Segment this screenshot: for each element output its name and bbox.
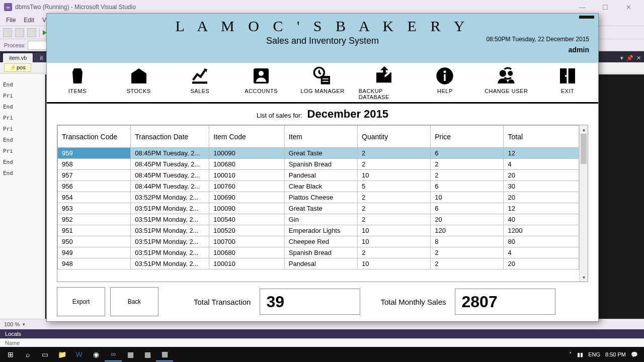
- task-view-icon[interactable]: ▭: [36, 347, 53, 361]
- export-button[interactable]: Export: [57, 287, 105, 316]
- clock[interactable]: 8:50 PM: [605, 351, 626, 357]
- table-row[interactable]: 95808:45PM Tuesday, 2...100680Spanish Br…: [58, 159, 579, 170]
- cell-p: 2: [431, 247, 504, 258]
- cell-q: 2: [358, 192, 431, 203]
- cell-p: 6: [431, 148, 504, 159]
- app-minimize-button[interactable]: [579, 16, 594, 19]
- start-button[interactable]: ⊞: [2, 347, 19, 361]
- column-header[interactable]: Item: [284, 126, 357, 148]
- column-header[interactable]: Transaction Code: [58, 126, 131, 148]
- notifications-icon[interactable]: 💬: [631, 351, 638, 358]
- scroll-up-icon[interactable]: ▴: [580, 125, 588, 134]
- table-row[interactable]: 95303:51PM Monday, 2...100090Great Taste…: [58, 203, 579, 214]
- nav-help[interactable]: HELP: [420, 66, 470, 100]
- menu-edit[interactable]: Edit: [20, 16, 38, 25]
- table-row[interactable]: 95003:51PM Monday, 2...100700Cheepee Red…: [58, 236, 579, 247]
- sales-table[interactable]: Transaction CodeTransaction DateItem Cod…: [57, 125, 579, 269]
- nav-sales[interactable]: SALES: [175, 66, 225, 100]
- maximize-button[interactable]: ☐: [594, 2, 617, 13]
- app-datetime: 08:50PM Tuesday, 22 December 2015: [486, 36, 589, 43]
- toolbar-btn[interactable]: [3, 28, 12, 37]
- windows-taskbar: ⊞ ⌕ ▭ 📁 W ◉ ∞ ▦ ▦ ▦ ˄ ▮▮ ENG 8:50 PM 💬: [0, 347, 644, 362]
- cell-ic: 100090: [209, 148, 285, 159]
- table-row[interactable]: 95403:52PM Monday, 2...100690Piattos Che…: [58, 192, 579, 203]
- cell-it: Great Taste: [284, 203, 357, 214]
- cell-ic: 100090: [209, 203, 285, 214]
- taskbar-app-icon[interactable]: ▦: [156, 347, 173, 361]
- column-header[interactable]: Total: [504, 126, 579, 148]
- back-button[interactable]: Back: [110, 287, 158, 316]
- nav-change-user[interactable]: CHANGE USER: [481, 66, 531, 100]
- nav-log-manager[interactable]: LOG MANAGER: [297, 66, 348, 100]
- table-scrollbar[interactable]: ▴ ▾: [579, 125, 588, 282]
- cell-q: 2: [358, 148, 431, 159]
- table-row[interactable]: 94803:51PM Monday, 2...100010Pandesal102…: [58, 258, 579, 269]
- table-row[interactable]: 95103:51PM Monday, 2...100520Emperador L…: [58, 225, 579, 236]
- close-button[interactable]: ✕: [617, 2, 640, 13]
- table-row[interactable]: 95608:44PM Tuesday, 2...100760Clear Blac…: [58, 181, 579, 192]
- nav-stocks[interactable]: STOCKS: [114, 66, 164, 100]
- app-content: List of sales for: December 2015 Transac…: [47, 104, 598, 321]
- table-row[interactable]: 95203:51PM Monday, 2...100540Gin22040: [58, 214, 579, 225]
- table-row[interactable]: 95908:45PM Tuesday, 2...100090Great Tast…: [58, 148, 579, 159]
- minimize-button[interactable]: —: [571, 2, 594, 13]
- taskbar-app-icon[interactable]: ▦: [139, 347, 156, 361]
- toolbar-btn[interactable]: [27, 28, 36, 37]
- tab-dropdown-icon[interactable]: ▾: [620, 55, 623, 61]
- cell-ic: 100700: [209, 236, 285, 247]
- nav-backup-database[interactable]: BACKUP DATABASE: [359, 66, 409, 100]
- total-sales-label: Total Monthly Sales: [380, 298, 446, 306]
- cell-it: Cheepee Red: [284, 236, 357, 247]
- tab-item-vb[interactable]: item.vb: [3, 53, 33, 62]
- toolbar-btn[interactable]: [15, 28, 24, 37]
- column-header[interactable]: Quantity: [358, 126, 431, 148]
- cell-to: 20: [504, 192, 579, 203]
- table-row[interactable]: 94903:51PM Monday, 2...100680Spanish Bre…: [58, 247, 579, 258]
- cell-ic: 100690: [209, 192, 285, 203]
- cell-to: 4: [504, 159, 579, 170]
- language-indicator[interactable]: ENG: [588, 351, 600, 357]
- taskbar-app-icon[interactable]: ▦: [122, 347, 139, 361]
- vs-titlebar: ∞ dbmsTwo (Running) - Microsoft Visual S…: [0, 0, 644, 14]
- menu-file[interactable]: File: [2, 16, 20, 25]
- table-row[interactable]: 95708:45PM Tuesday, 2...100010Pandesal10…: [58, 170, 579, 181]
- cell-td: 08:45PM Tuesday, 2...: [131, 159, 209, 170]
- column-header[interactable]: Transaction Date: [131, 126, 209, 148]
- vs-bottom-panel: 100 % ▼ Locals Name Locals: [0, 319, 644, 348]
- nav-items[interactable]: ITEMS: [52, 66, 103, 100]
- cell-to: 4: [504, 247, 579, 258]
- scroll-thumb[interactable]: [581, 134, 587, 164]
- process-label: Process:: [4, 42, 26, 48]
- nav-label: BACKUP DATABASE: [359, 88, 409, 100]
- nav-exit[interactable]: EXIT: [542, 66, 593, 100]
- chrome-icon[interactable]: ◉: [88, 347, 105, 361]
- pin-icon[interactable]: 📌: [626, 55, 633, 61]
- file-explorer-icon[interactable]: 📁: [53, 347, 70, 361]
- nav-label: CHANGE USER: [485, 88, 528, 94]
- cell-to: 12: [504, 148, 579, 159]
- nav-combo-pos[interactable]: ⚡pos: [4, 63, 31, 72]
- svg-rect-8: [444, 74, 446, 81]
- vs-taskbar-icon[interactable]: ∞: [105, 347, 122, 361]
- nav-label: ITEMS: [68, 88, 87, 94]
- tray-chevron-icon[interactable]: ˄: [569, 351, 572, 358]
- cell-ic: 100760: [209, 181, 285, 192]
- close-tab-icon[interactable]: ✕: [636, 55, 641, 61]
- sales-period: December 2015: [307, 108, 388, 120]
- system-tray[interactable]: ˄ ▮▮ ENG 8:50 PM 💬: [569, 351, 642, 358]
- network-icon[interactable]: ▮▮: [577, 351, 583, 358]
- nav-accounts[interactable]: ACCOUNTS: [236, 66, 286, 100]
- cell-it: Gin: [284, 214, 357, 225]
- search-icon[interactable]: ⌕: [19, 347, 36, 361]
- cell-tc: 958: [58, 159, 131, 170]
- cell-p: 10: [431, 192, 504, 203]
- cell-tc: 950: [58, 236, 131, 247]
- column-header[interactable]: Price: [431, 126, 504, 148]
- cell-to: 20: [504, 170, 579, 181]
- scroll-down-icon[interactable]: ▾: [580, 273, 588, 282]
- cell-tc: 953: [58, 203, 131, 214]
- cell-p: 6: [431, 203, 504, 214]
- word-icon[interactable]: W: [70, 347, 88, 361]
- warehouse-icon: [127, 66, 150, 86]
- column-header[interactable]: Item Code: [209, 126, 285, 148]
